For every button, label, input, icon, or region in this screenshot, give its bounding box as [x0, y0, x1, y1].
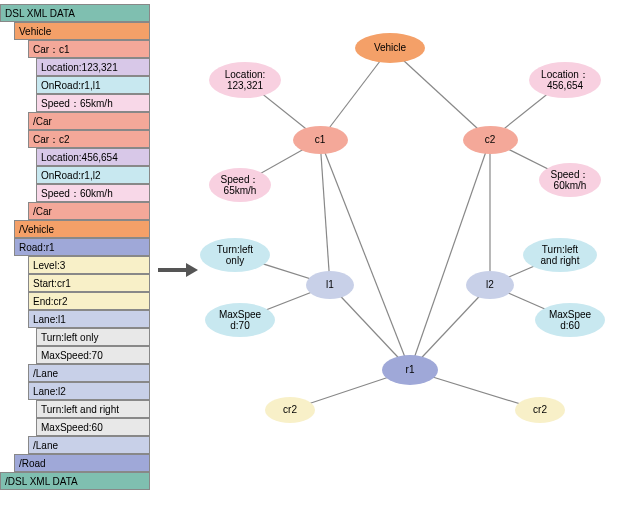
xml-row: Lane:l1: [28, 310, 150, 328]
graph-edge: [320, 140, 410, 370]
node-r1: r1: [382, 355, 438, 385]
knowledge-graph: Vehiclec1c2Location:123,321Speed：65km/hL…: [200, 30, 630, 470]
xml-row: /Vehicle: [14, 220, 150, 238]
graph-edge: [390, 48, 490, 140]
node-c1: c1: [293, 126, 348, 154]
node-spd1: Speed：65km/h: [209, 168, 271, 202]
xml-row: MaxSpeed:60: [36, 418, 150, 436]
xml-row: /Car: [28, 112, 150, 130]
xml-row: /Road: [14, 454, 150, 472]
node-vehicle: Vehicle: [355, 33, 425, 63]
xml-row: DSL XML DATA: [0, 4, 150, 22]
xml-row: Car：c1: [28, 40, 150, 58]
node-cr2a: cr2: [265, 397, 315, 423]
node-spd2: Speed：60km/h: [539, 163, 601, 197]
xml-row: /Car: [28, 202, 150, 220]
xml-row: /Lane: [28, 364, 150, 382]
node-loc1: Location:123,321: [209, 62, 281, 98]
xml-row: OnRoad:r1,l2: [36, 166, 150, 184]
svg-marker-1: [186, 263, 198, 277]
xml-row: Turn:left and right: [36, 400, 150, 418]
xml-row: OnRoad:r1,l1: [36, 76, 150, 94]
node-loc2: Location：456,654: [529, 62, 601, 98]
xml-row: /DSL XML DATA: [0, 472, 150, 490]
xml-row: Vehicle: [14, 22, 150, 40]
xml-row: Lane:l2: [28, 382, 150, 400]
xml-row: Level:3: [28, 256, 150, 274]
xml-row: Location:123,321: [36, 58, 150, 76]
xml-row: Car：c2: [28, 130, 150, 148]
node-turn1: Turn:leftonly: [200, 238, 270, 272]
xml-row: /Lane: [28, 436, 150, 454]
arrow-icon: [158, 260, 198, 282]
node-c2: c2: [463, 126, 518, 154]
node-mspd1: MaxSpeed:70: [205, 303, 275, 337]
node-l2: l2: [466, 271, 514, 299]
xml-row: Start:cr1: [28, 274, 150, 292]
xml-row: Turn:left only: [36, 328, 150, 346]
node-l1: l1: [306, 271, 354, 299]
xml-row: MaxSpeed:70: [36, 346, 150, 364]
graph-edge: [410, 140, 490, 370]
xml-block-stack: DSL XML DATAVehicleCar：c1Location:123,32…: [0, 4, 150, 490]
xml-row: End:cr2: [28, 292, 150, 310]
xml-row: Speed：65km/h: [36, 94, 150, 112]
node-turn2: Turn:leftand right: [523, 238, 597, 272]
node-mspd2: MaxSpeed:60: [535, 303, 605, 337]
node-cr2b: cr2: [515, 397, 565, 423]
xml-row: Road:r1: [14, 238, 150, 256]
xml-row: Location:456,654: [36, 148, 150, 166]
xml-row: Speed：60km/h: [36, 184, 150, 202]
